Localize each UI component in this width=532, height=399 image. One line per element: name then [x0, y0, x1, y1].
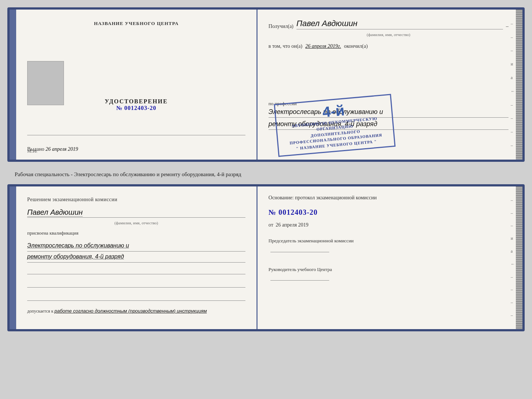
bottom-doc-right-spine: [516, 186, 522, 329]
mp-label: М.П.: [27, 148, 37, 154]
basis-label: Основание: протокол экзаменационной коми…: [269, 194, 508, 202]
qual-line2: ремонту оборудования, 4-й разряд: [27, 252, 245, 263]
left-header: НАЗВАНИЕ УЧЕБНОГО ЦЕНТРА: [94, 21, 179, 26]
blank-line-1: [27, 267, 245, 274]
cert-issued: Выдано 26 апреля 2019: [27, 146, 245, 152]
right-marks-top: – – – и а ← – – – –: [511, 10, 515, 160]
bottom-left-page: Решением экзаменационной комиссии Павел …: [16, 186, 258, 329]
photo-placeholder: [27, 61, 64, 105]
qual-line1: Электрослесарь по обслуживанию и: [27, 241, 245, 252]
name-subtitle-top: (фамилия, имя, отчество): [269, 32, 508, 37]
page-wrapper: НАЗВАНИЕ УЧЕБНОГО ЦЕНТРА УДОСТОВЕРЕНИЕ №…: [7, 7, 525, 331]
allowed-text: работе согласно должностным (производств…: [54, 308, 207, 314]
director-sig-line: [270, 273, 329, 281]
director-section: Руководитель учебного Центра: [269, 266, 508, 284]
top-doc-right-spine: [516, 10, 522, 160]
received-label: Получил(а): [269, 24, 294, 29]
director-label: Руководитель учебного Центра: [269, 266, 508, 274]
allowed-label: допускается к: [27, 309, 53, 314]
in-that-label: в том, что он(а): [269, 43, 302, 49]
bottom-document: Решением экзаменационной комиссии Павел …: [7, 184, 525, 331]
bottom-person-name: Павел Авдюшин: [27, 208, 83, 217]
commission-text: Решением экзаменационной комиссии: [27, 196, 245, 203]
chairman-label: Председатель экзаменационной комиссии: [269, 237, 508, 245]
cert-title: УДОСТОВЕРЕНИЕ: [105, 98, 168, 105]
chairman-sig-line: [270, 245, 329, 252]
recipient-name: Павел Авдюшин: [296, 19, 357, 28]
top-left-page: НАЗВАНИЕ УЧЕБНОГО ЦЕНТРА УДОСТОВЕРЕНИЕ №…: [16, 10, 258, 160]
date-value: 26 апреля 2019: [276, 222, 308, 228]
top-doc-spine: [10, 10, 16, 160]
bottom-name-subtitle: (фамилия, имя, отчество): [27, 221, 245, 225]
assigned-label: присвоена квалификация: [27, 230, 245, 236]
cert-number: № 0012403-20: [105, 105, 168, 111]
bottom-right-marks: – – – и а ← – – – –: [511, 186, 515, 329]
middle-label: Рабочая специальность - Электрослесарь п…: [7, 168, 525, 178]
bottom-right-page: Основание: протокол экзаменационной коми…: [258, 186, 516, 329]
date-prefix: от: [269, 222, 273, 228]
blank-line-3: [27, 293, 245, 301]
stamp-box: 4-й АВТОНОМНУЮ НЕКОММЕРЧЕСКУЮ ОРГАНИЗАЦИ…: [274, 94, 395, 157]
top-right-page: Получил(а) Павел Авдюшин – (фамилия, имя…: [258, 10, 516, 160]
finished-label: окончил(а): [344, 43, 368, 49]
chairman-section: Председатель экзаменационной комиссии: [269, 237, 508, 255]
protocol-number: № 0012403-20: [269, 208, 508, 217]
top-document: НАЗВАНИЕ УЧЕБНОГО ЦЕНТРА УДОСТОВЕРЕНИЕ №…: [7, 7, 525, 162]
bottom-doc-spine: [10, 186, 16, 329]
blank-line-2: [27, 280, 245, 288]
allowed-section: допускается к работе согласно должностны…: [27, 308, 245, 314]
protocol-date: от 26 апреля 2019: [269, 222, 508, 228]
finished-date: 26 апреля 2019г.: [305, 43, 341, 49]
